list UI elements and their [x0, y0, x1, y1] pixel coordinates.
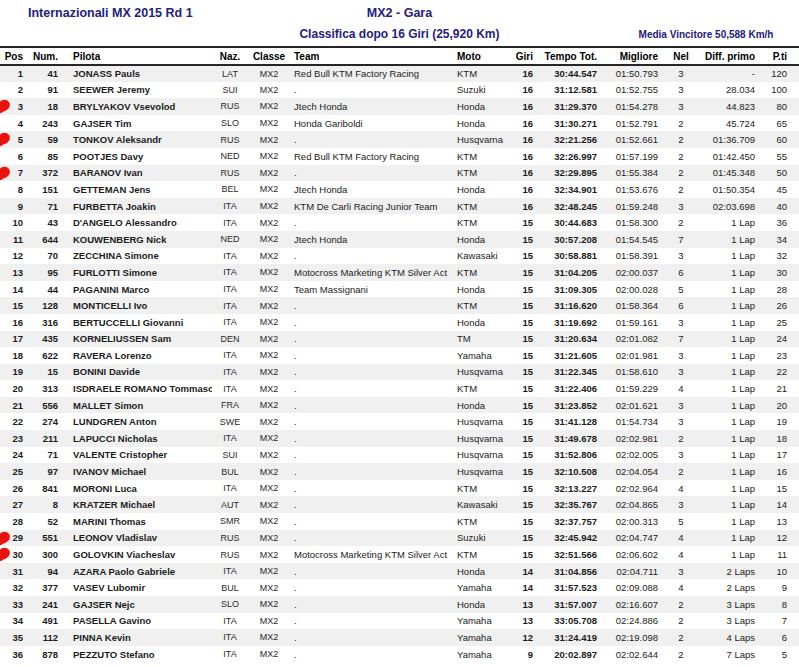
cell-classe: MX2 — [248, 397, 290, 414]
cell-nel: 2 — [661, 148, 701, 165]
cell-giri: 15 — [513, 248, 535, 265]
table-row: 559TONKOV AleksandrRUSMX2.Husqvarna1632:… — [0, 131, 799, 148]
column-header-diff: Diff. primo — [701, 47, 757, 65]
cell-naz: RUS — [212, 98, 248, 115]
cell-pos: 16 — [0, 314, 30, 331]
cell-diff: 2 Laps — [701, 579, 757, 596]
cell-diff: 2 Laps — [701, 563, 757, 580]
table-row: 1915BONINI DavideITAMX2.Husqvarna1531:22… — [0, 364, 799, 381]
cell-pilota: ZECCHINA Simone — [62, 248, 212, 265]
cell-naz: ITA — [212, 380, 248, 397]
cell-moto: Honda — [455, 596, 513, 613]
cell-team: . — [290, 82, 455, 99]
column-header-giri: Giri — [513, 47, 535, 65]
cell-moto: Honda — [455, 98, 513, 115]
cell-moto: KTM — [455, 513, 513, 530]
cell-classe: MX2 — [248, 281, 290, 298]
cell-giri: 15 — [513, 496, 535, 513]
cell-nel: 3 — [661, 198, 701, 215]
cell-num: 241 — [30, 596, 62, 613]
cell-pti: 8 — [757, 596, 799, 613]
table-row: 34491PASELLA GavinoITAMX2.Yamaha1333:05.… — [0, 613, 799, 630]
table-row: 1270ZECCHINA SimoneITAMX2.Kawasaki1530:5… — [0, 248, 799, 265]
cell-team: . — [290, 646, 455, 663]
cell-num: 316 — [30, 314, 62, 331]
results-table-head: PosNum.PilotaNaz.ClasseTeamMotoGiriTempo… — [0, 47, 799, 65]
cell-team: . — [290, 314, 455, 331]
cell-team: . — [290, 430, 455, 447]
cell-tempo: 31:57.523 — [535, 579, 603, 596]
cell-diff: 1 Lap — [701, 480, 757, 497]
cell-migliore: 02:04.054 — [603, 463, 661, 480]
cell-classe: MX2 — [248, 214, 290, 231]
cell-num: 95 — [30, 264, 62, 281]
cell-tempo: 31:04.856 — [535, 563, 603, 580]
cell-classe: MX2 — [248, 546, 290, 563]
cell-num: 435 — [30, 331, 62, 348]
table-row: 2852MARINI ThomasSMRMX2.KTM1532:37.75702… — [0, 513, 799, 530]
cell-num: 71 — [30, 447, 62, 464]
cell-diff: 1 Lap — [701, 214, 757, 231]
cell-pilota: JONASS Pauls — [62, 65, 212, 82]
cell-giri: 13 — [513, 613, 535, 630]
cell-tempo: 31:52.806 — [535, 447, 603, 464]
cell-pos: 31 — [0, 563, 30, 580]
cell-pti: 45 — [757, 181, 799, 198]
cell-pos: 20 — [0, 380, 30, 397]
cell-pti: 50 — [757, 165, 799, 182]
cell-nel: 3 — [661, 496, 701, 513]
cell-pilota: VALENTE Cristopher — [62, 447, 212, 464]
cell-pos: 34 — [0, 613, 30, 630]
cell-nel: 5 — [661, 513, 701, 530]
cell-pti: 120 — [757, 65, 799, 82]
cell-tempo: 30:58.881 — [535, 248, 603, 265]
column-header-classe: Classe — [248, 47, 290, 65]
cell-migliore: 01:58.610 — [603, 364, 661, 381]
red-flag-marker-icon — [0, 165, 11, 179]
cell-diff: 1 Lap — [701, 530, 757, 547]
page-header: Internazionali MX 2015 Rd 1 MX2 - Gara C… — [0, 0, 799, 46]
cell-tempo: 32:45.942 — [535, 530, 603, 547]
cell-naz: ITA — [212, 264, 248, 281]
cell-team: Jtech Honda — [290, 231, 455, 248]
cell-naz: RUS — [212, 165, 248, 182]
cell-tempo: 31:21.605 — [535, 347, 603, 364]
cell-team: . — [290, 364, 455, 381]
cell-num: 91 — [30, 82, 62, 99]
cell-pos: 29 — [0, 530, 30, 547]
cell-classe: MX2 — [248, 264, 290, 281]
table-row: 30300GOLOVKIN ViacheslavRUSMX2Motocross … — [0, 546, 799, 563]
race-results-page: Internazionali MX 2015 Rd 1 MX2 - Gara C… — [0, 0, 799, 667]
cell-diff: 7 Laps — [701, 646, 757, 663]
results-table: PosNum.PilotaNaz.ClasseTeamMotoGiriTempo… — [0, 46, 799, 662]
cell-giri: 15 — [513, 530, 535, 547]
cell-pos: 8 — [0, 181, 30, 198]
cell-diff: 01:42.450 — [701, 148, 757, 165]
cell-diff: 1 Lap — [701, 447, 757, 464]
cell-migliore: 02:00.028 — [603, 281, 661, 298]
cell-nel: 4 — [661, 480, 701, 497]
cell-pti: 9 — [757, 579, 799, 596]
cell-pti: 5 — [757, 646, 799, 663]
cell-moto: Honda — [455, 563, 513, 580]
cell-pilota: LAPUCCI Nicholas — [62, 430, 212, 447]
cell-classe: MX2 — [248, 596, 290, 613]
cell-moto: Husqvarna — [455, 413, 513, 430]
cell-num: 243 — [30, 115, 62, 132]
cell-num: 300 — [30, 546, 62, 563]
cell-migliore: 01:55.384 — [603, 165, 661, 182]
cell-diff: 1 Lap — [701, 231, 757, 248]
cell-diff: 1 Lap — [701, 281, 757, 298]
cell-pos: 26 — [0, 480, 30, 497]
cell-nel: 4 — [661, 530, 701, 547]
cell-nel: 3 — [661, 364, 701, 381]
cell-migliore: 02:02.005 — [603, 447, 661, 464]
cell-pilota: TONKOV Aleksandr — [62, 131, 212, 148]
cell-team: . — [290, 513, 455, 530]
cell-team: Jtech Honda — [290, 181, 455, 198]
cell-naz: ITA — [212, 364, 248, 381]
cell-migliore: 02:01.981 — [603, 347, 661, 364]
cell-giri: 16 — [513, 98, 535, 115]
cell-migliore: 01:54.734 — [603, 413, 661, 430]
cell-classe: MX2 — [248, 480, 290, 497]
